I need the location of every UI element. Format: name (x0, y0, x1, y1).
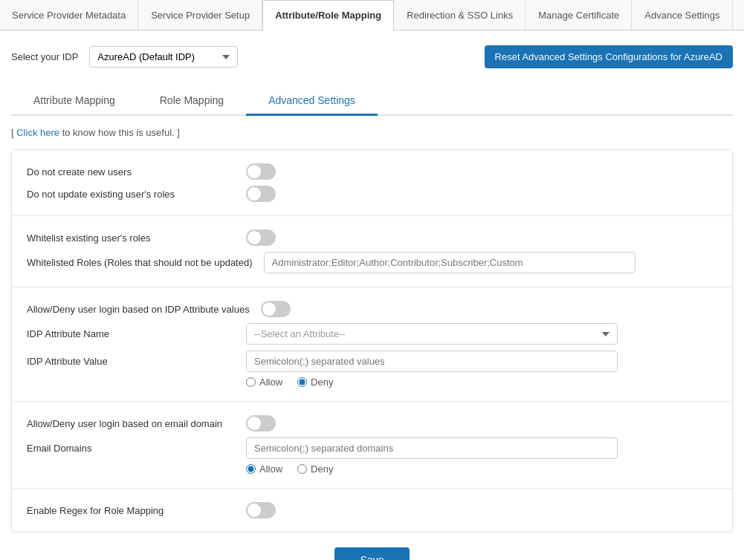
email-domains-row: Email Domains (27, 437, 717, 459)
regex-label: Enable Regex for Role Mapping (27, 505, 235, 516)
whitelisted-roles-row: Whitelisted Roles (Roles that should not… (27, 252, 717, 273)
allow-deny-email-section: Allow/Deny user login based on email dom… (12, 402, 732, 489)
attr-allow-option[interactable]: Allow (246, 377, 282, 388)
allow-deny-attr-label: Allow/Deny user login based on IDP Attri… (27, 304, 250, 315)
whitelist-section: Whitelist existing user's roles Whitelis… (12, 216, 732, 287)
idp-select[interactable]: AzureAD (Default IDP) (89, 46, 238, 68)
whitelist-toggle[interactable] (246, 229, 276, 246)
top-nav: Service Provider Metadata Service Provid… (0, 0, 744, 30)
tab-advance-settings[interactable]: Advance Settings (632, 0, 732, 30)
idp-selector-area: Select your IDP AzureAD (Default IDP) (11, 46, 238, 68)
idp-attr-name-row: IDP Attribute Name --Select an Attribute… (27, 323, 717, 345)
sub-tab-advanced-settings[interactable]: Advanced Settings (246, 87, 378, 116)
tab-account-info[interactable]: Account Info (733, 0, 744, 30)
click-here-link[interactable]: Click here (16, 127, 59, 138)
save-area: Save (11, 533, 733, 560)
email-allow-label: Allow (259, 463, 282, 475)
no-update-roles-slider (246, 186, 276, 202)
allow-deny-email-toggle-row: Allow/Deny user login based on email dom… (27, 415, 717, 432)
regex-section: Enable Regex for Role Mapping (12, 489, 732, 532)
no-create-new-users-label: Do not create new users (27, 166, 235, 178)
attr-allow-label: Allow (259, 377, 282, 388)
regex-toggle[interactable] (246, 502, 276, 518)
save-button[interactable]: Save (334, 547, 410, 560)
idp-attr-value-input[interactable] (246, 351, 618, 372)
whitelist-toggle-row: Whitelist existing user's roles (27, 229, 717, 246)
idp-attr-value-row: IDP Attribute Value (27, 351, 717, 372)
reset-advanced-settings-button[interactable]: Reset Advanced Settings Configurations f… (485, 45, 733, 68)
attr-allow-radio[interactable] (246, 377, 256, 387)
no-update-roles-toggle[interactable] (246, 186, 276, 202)
sub-tab-attribute-mapping[interactable]: Attribute Mapping (11, 87, 138, 116)
tab-sp-metadata[interactable]: Service Provider Metadata (0, 0, 138, 30)
attr-deny-radio[interactable] (297, 377, 307, 387)
no-update-roles-row: Do not update existing user's roles (27, 186, 717, 202)
idp-attr-value-label: IDP Attribute Value (27, 356, 235, 367)
email-radio-row: Allow Deny (246, 463, 717, 475)
click-here-suffix: to know how this is useful. ] (59, 127, 180, 138)
content-wrapper: Select your IDP AzureAD (Default IDP) Re… (0, 30, 744, 560)
email-deny-radio[interactable] (297, 464, 307, 474)
attr-deny-option[interactable]: Deny (297, 377, 333, 388)
whitelist-label: Whitelist existing user's roles (27, 232, 235, 244)
allow-deny-attr-section: Allow/Deny user login based on IDP Attri… (12, 287, 732, 402)
email-deny-label: Deny (311, 463, 333, 475)
email-deny-option[interactable]: Deny (297, 463, 333, 475)
no-create-new-users-toggle[interactable] (246, 163, 276, 180)
click-here-row: [ Click here to know how this is useful.… (11, 127, 733, 138)
regex-toggle-row: Enable Regex for Role Mapping (27, 502, 717, 518)
attr-deny-label: Deny (311, 377, 333, 388)
email-allow-option[interactable]: Allow (246, 463, 282, 475)
tab-sp-setup[interactable]: Service Provider Setup (138, 0, 262, 30)
allow-deny-attr-slider (261, 301, 291, 317)
sub-tabs: Attribute Mapping Role Mapping Advanced … (11, 87, 733, 116)
whitelisted-roles-input[interactable] (264, 252, 635, 273)
idp-attr-name-label: IDP Attribute Name (27, 328, 235, 339)
no-create-new-users-slider (246, 163, 276, 180)
email-domains-label: Email Domains (27, 443, 235, 454)
idp-label: Select your IDP (11, 51, 78, 62)
no-update-roles-label: Do not update existing user's roles (27, 189, 235, 200)
allow-deny-email-label: Allow/Deny user login based on email dom… (27, 418, 235, 429)
settings-card: Do not create new users Do not update ex… (11, 149, 733, 533)
tab-redirection-sso[interactable]: Redirection & SSO Links (394, 0, 525, 30)
allow-deny-email-slider (246, 415, 276, 432)
allow-deny-attr-toggle-row: Allow/Deny user login based on IDP Attri… (27, 301, 717, 317)
tab-attr-role-mapping[interactable]: Attribute/Role Mapping (262, 0, 394, 30)
email-allow-radio[interactable] (246, 464, 256, 474)
idp-row: Select your IDP AzureAD (Default IDP) Re… (11, 38, 733, 76)
user-creation-section: Do not create new users Do not update ex… (12, 150, 732, 216)
sub-tab-role-mapping[interactable]: Role Mapping (138, 87, 246, 116)
attr-radio-row: Allow Deny (246, 377, 717, 388)
tab-manage-cert[interactable]: Manage Certificate (525, 0, 632, 30)
email-domains-input[interactable] (246, 437, 618, 459)
whitelisted-roles-label: Whitelisted Roles (Roles that should not… (27, 257, 253, 268)
regex-slider (246, 502, 276, 518)
idp-attr-name-select[interactable]: --Select an Attribute-- (246, 323, 618, 345)
no-create-new-users-row: Do not create new users (27, 163, 717, 180)
allow-deny-attr-toggle[interactable] (261, 301, 291, 317)
allow-deny-email-toggle[interactable] (246, 415, 276, 432)
whitelist-slider (246, 229, 276, 246)
whitelisted-roles-sublabel: (Roles that should not be updated) (104, 257, 252, 268)
